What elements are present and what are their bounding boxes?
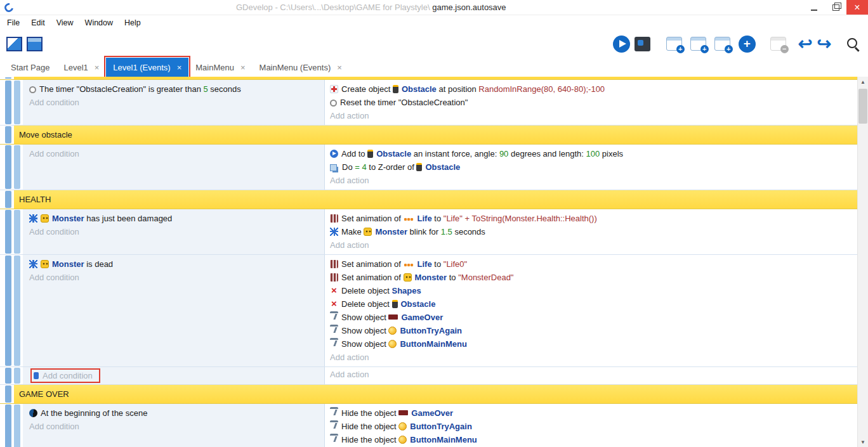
add-comment-icon[interactable] xyxy=(714,37,730,51)
vertical-scrollbar[interactable]: ▲ ▼ xyxy=(857,77,868,447)
tab-start-page[interactable]: Start Page xyxy=(4,58,56,77)
open-project-icon[interactable] xyxy=(27,37,43,51)
action-line[interactable]: Set animation of Monster to "MonsterDead… xyxy=(330,271,857,284)
event-handle-bar[interactable] xyxy=(5,126,11,143)
action-line[interactable]: Hide the object GameOver xyxy=(330,406,857,420)
show-icon xyxy=(330,311,338,321)
text-segment: Set animation of xyxy=(341,214,404,223)
tab-close-icon[interactable]: × xyxy=(337,63,342,72)
add-condition-button[interactable]: Add condition xyxy=(29,147,324,160)
condition-line[interactable]: Monster has just been damaged xyxy=(29,212,324,225)
action-line[interactable]: Show object ButtonMainMenu xyxy=(330,337,857,351)
actions-cell: Add action xyxy=(325,367,857,384)
actions-cell: Hide the object GameOverHide the object … xyxy=(325,404,857,447)
event-handle-bar[interactable] xyxy=(14,405,20,447)
event-handle-bar[interactable] xyxy=(5,385,11,403)
action-line[interactable]: Hide the object ButtonMainMenu xyxy=(330,433,857,446)
add-condition-button[interactable]: Add condition xyxy=(29,271,324,284)
tab-close-icon[interactable]: × xyxy=(95,63,100,72)
menu-window[interactable]: Window xyxy=(79,17,119,29)
scroll-down-button[interactable]: ▼ xyxy=(858,437,868,447)
event-gutter xyxy=(0,80,23,125)
action-line[interactable]: Set animation of Life to "Life0" xyxy=(330,257,857,271)
action-line[interactable]: Add to Obstacle an instant force, angle:… xyxy=(330,147,857,160)
tab-level1-events[interactable]: Level1 (Events)× xyxy=(106,58,188,77)
add-action-button[interactable]: Add action xyxy=(330,238,857,252)
action-line[interactable]: Make Monster blink for 1.5 seconds xyxy=(330,225,857,238)
scrollbar-thumb[interactable] xyxy=(858,89,867,124)
event-handle-bar[interactable] xyxy=(5,256,11,366)
menu-file[interactable]: File xyxy=(1,17,25,29)
preview-play-icon[interactable] xyxy=(613,36,630,53)
action-line[interactable]: Hide the object ButtonTryAgain xyxy=(330,420,857,433)
add-action-button[interactable]: Add action xyxy=(330,109,857,122)
action-line[interactable]: Set animation of Life to "Life" + ToStri… xyxy=(330,212,857,225)
condition-line[interactable]: The timer "ObstacleCreation" is greater … xyxy=(29,82,324,96)
action-line[interactable]: Delete object Shapes xyxy=(330,284,857,297)
event-handle-bar[interactable] xyxy=(14,81,20,124)
text-segment: GameOver xyxy=(411,408,453,418)
obstacle-icon xyxy=(367,150,373,158)
event-handle-bar[interactable] xyxy=(5,191,11,208)
action-line[interactable]: Show object GameOver xyxy=(330,311,857,324)
redo-icon[interactable] xyxy=(817,36,840,52)
add-condition-button[interactable]: Add condition xyxy=(29,96,324,109)
animation-icon xyxy=(330,273,338,282)
tab-close-icon[interactable]: × xyxy=(177,63,182,72)
window-title-path: GDevelop - C:\Users\...\Desktop\GAME for… xyxy=(236,3,430,12)
add-condition-label: Add condition xyxy=(29,149,79,159)
add-condition-button[interactable]: Add condition xyxy=(29,225,324,238)
group-header-move-obstacle[interactable]: Move obstacle xyxy=(14,126,857,144)
event-handle-bar[interactable] xyxy=(5,405,11,447)
search-icon[interactable] xyxy=(845,36,862,53)
add-condition-button[interactable]: Add condition xyxy=(30,368,100,383)
group-header-game-over[interactable]: GAME OVER xyxy=(14,385,857,403)
tab-mainmenu[interactable]: MainMenu× xyxy=(188,58,252,77)
action-line[interactable]: Show object ButtonTryAgain xyxy=(330,324,857,337)
action-line[interactable]: Create object Obstacle at position Rando… xyxy=(330,82,857,96)
add-condition-button[interactable]: Add condition xyxy=(29,420,324,433)
text-segment: Show object xyxy=(341,326,388,335)
scroll-up-button[interactable]: ▲ xyxy=(858,77,868,87)
debugger-icon[interactable] xyxy=(635,37,650,51)
add-action-button[interactable]: Add action xyxy=(330,351,857,364)
delete-icon xyxy=(330,301,338,309)
add-action-button[interactable]: Add action xyxy=(330,368,857,381)
button-icon xyxy=(398,436,407,444)
event-handle-bar[interactable] xyxy=(5,145,11,189)
new-project-icon[interactable] xyxy=(6,37,22,51)
text-segment: = 4 xyxy=(355,162,366,172)
event-handle-bar[interactable] xyxy=(14,256,20,366)
minimize-button[interactable] xyxy=(803,0,825,15)
menu-view[interactable]: View xyxy=(51,17,79,29)
life-icon xyxy=(404,214,414,223)
add-other-icon[interactable] xyxy=(739,36,756,53)
tab-mainmenu-events[interactable]: MainMenu (Events)× xyxy=(253,58,349,77)
add-event-icon[interactable] xyxy=(666,37,682,51)
action-line[interactable]: Do = 4 to Z-order of Obstacle xyxy=(330,160,857,174)
menu-help[interactable]: Help xyxy=(119,17,147,29)
action-line[interactable]: Reset the timer "ObstacleCreation" xyxy=(330,96,857,109)
event-handle-bar[interactable] xyxy=(14,368,20,384)
tab-close-icon[interactable]: × xyxy=(240,63,246,72)
event-handle-bar[interactable] xyxy=(14,210,20,254)
undo-icon[interactable] xyxy=(798,36,813,52)
action-line[interactable]: Delete object Obstacle xyxy=(330,297,857,311)
tab-level1[interactable]: Level1× xyxy=(56,58,106,77)
gameover-icon xyxy=(398,410,408,415)
menu-edit[interactable]: Edit xyxy=(25,17,51,29)
event-row: At the beginning of the sceneAdd conditi… xyxy=(0,404,857,447)
event-handle-bar[interactable] xyxy=(5,210,11,254)
event-handle-bar[interactable] xyxy=(14,145,20,189)
condition-line[interactable]: Monster is dead xyxy=(29,257,324,271)
event-handle-bar[interactable] xyxy=(5,77,11,79)
event-handle-bar[interactable] xyxy=(5,81,11,124)
condition-line[interactable]: At the beginning of the scene xyxy=(29,406,324,420)
add-action-button[interactable]: Add action xyxy=(330,174,857,187)
close-button[interactable]: × xyxy=(846,0,868,15)
text-segment: seconds xyxy=(452,227,485,236)
event-handle-bar[interactable] xyxy=(5,368,11,384)
restore-button[interactable] xyxy=(825,0,846,15)
add-subevent-icon[interactable] xyxy=(690,37,706,51)
group-header-health[interactable]: HEALTH xyxy=(14,190,857,209)
